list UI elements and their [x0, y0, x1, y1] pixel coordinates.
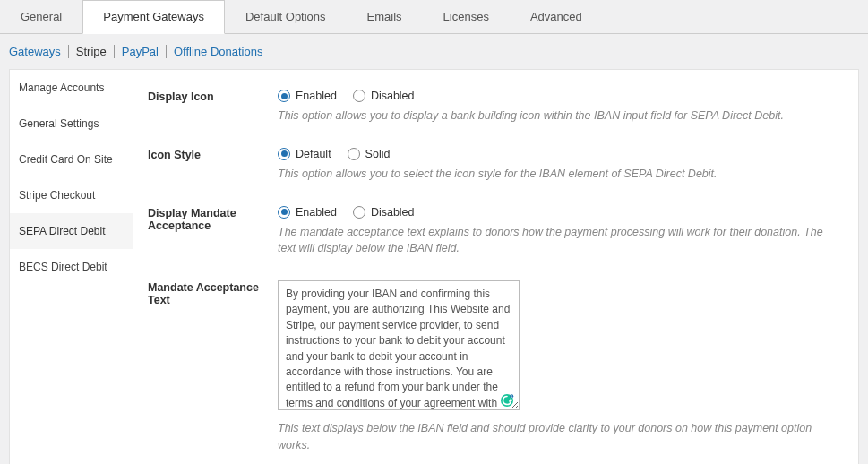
sidenav-becs-dd[interactable]: BECS Direct Debit [10, 249, 133, 285]
mandate-text-input[interactable] [278, 280, 520, 410]
radio-selected-icon [278, 148, 290, 160]
row-mandate-text: Mandate Acceptance Text 1 This text disp… [148, 280, 844, 454]
radio-unselected-icon [348, 148, 360, 160]
label-display-mandate: Display Mandate Acceptance [148, 206, 278, 232]
settings-panel: Manage Accounts General Settings Credit … [9, 69, 859, 464]
main-tabs: General Payment Gateways Default Options… [0, 0, 868, 34]
radio-unselected-icon [353, 90, 365, 102]
label-display-icon: Display Icon [148, 90, 278, 103]
subtab-gateways[interactable]: Gateways [9, 45, 69, 58]
sidenav-stripe-checkout[interactable]: Stripe Checkout [10, 177, 133, 213]
radio-selected-icon [278, 206, 290, 219]
subtab-paypal[interactable]: PayPal [115, 45, 167, 58]
radio-label: Solid [365, 148, 391, 160]
sub-tabs: Gateways Stripe PayPal Offline Donations [0, 34, 868, 58]
desc-mandate-text: This text displays below the IBAN field … [278, 420, 844, 454]
radio-display-mandate-enabled[interactable]: Enabled [278, 206, 337, 219]
subtab-stripe[interactable]: Stripe [69, 45, 115, 58]
desc-display-icon: This option allows you to display a bank… [278, 107, 844, 125]
radio-label: Enabled [296, 206, 337, 219]
radio-selected-icon [278, 90, 290, 102]
subtab-offline[interactable]: Offline Donations [167, 45, 271, 58]
row-display-icon: Display Icon Enabled Disabled This optio… [148, 90, 844, 125]
tab-licenses[interactable]: Licenses [423, 0, 510, 33]
sidenav-general-settings[interactable]: General Settings [10, 106, 133, 142]
label-mandate-text: Mandate Acceptance Text [148, 280, 278, 306]
tab-emails[interactable]: Emails [347, 0, 423, 33]
radio-display-icon-enabled[interactable]: Enabled [278, 90, 337, 102]
row-display-mandate: Display Mandate Acceptance Enabled Disab… [148, 206, 844, 258]
sidenav-manage-accounts[interactable]: Manage Accounts [10, 70, 133, 106]
radio-icon-style-solid[interactable]: Solid [348, 148, 391, 160]
radio-label: Disabled [371, 90, 415, 102]
radio-label: Default [296, 148, 331, 160]
form-area: Display Icon Enabled Disabled This optio… [133, 70, 858, 464]
desc-icon-style: This option allows you to select the ico… [278, 166, 844, 183]
sidenav-sepa-dd[interactable]: SEPA Direct Debit [10, 213, 133, 249]
radio-unselected-icon [353, 206, 365, 219]
row-icon-style: Icon Style Default Solid This option all… [148, 148, 844, 183]
radio-icon-style-default[interactable]: Default [278, 148, 331, 160]
side-nav: Manage Accounts General Settings Credit … [10, 70, 133, 464]
tab-advanced[interactable]: Advanced [510, 0, 603, 33]
label-icon-style: Icon Style [148, 148, 278, 161]
desc-display-mandate: The mandate acceptance text explains to … [278, 224, 844, 258]
radio-label: Disabled [371, 206, 415, 219]
tab-default-options[interactable]: Default Options [225, 0, 347, 33]
sidenav-cc-on-site[interactable]: Credit Card On Site [10, 142, 133, 177]
tab-general[interactable]: General [0, 0, 82, 33]
radio-display-mandate-disabled[interactable]: Disabled [353, 206, 415, 219]
radio-display-icon-disabled[interactable]: Disabled [353, 90, 415, 102]
tab-payment-gateways[interactable]: Payment Gateways [82, 0, 225, 34]
radio-label: Enabled [296, 90, 337, 102]
